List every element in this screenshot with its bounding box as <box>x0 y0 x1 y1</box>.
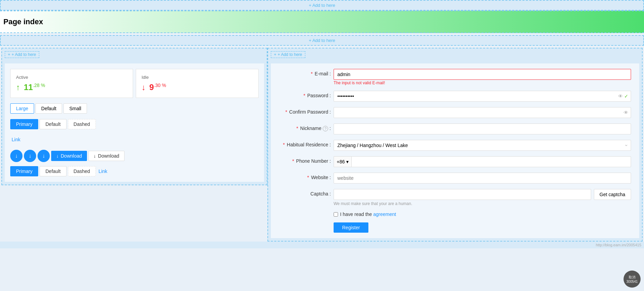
register-row: Register <box>279 222 631 233</box>
stat-idle-number: 9 <box>149 83 154 92</box>
stat-active-value: 11.28 % <box>16 83 127 92</box>
btn-icon-circle-1[interactable]: ↓ <box>10 150 23 162</box>
mid-add-bar[interactable]: + Add to here <box>0 35 644 46</box>
download-icon-3: ↓ <box>42 153 45 159</box>
btn-icon-circle-3[interactable]: ↓ <box>38 150 50 162</box>
stat-active-label: Active <box>16 75 127 80</box>
nickname-label: * Nickname ? : <box>279 123 334 131</box>
agreement-checkbox[interactable] <box>334 212 338 217</box>
btn-size-small[interactable]: Small <box>63 103 87 114</box>
email-input[interactable] <box>334 69 631 80</box>
agreement-prefix: I have read the <box>340 212 372 217</box>
plus-icon: + <box>8 52 10 57</box>
top-add-bar[interactable]: + Add to here <box>0 0 644 11</box>
nickname-control-wrap <box>334 123 631 134</box>
password-icons: 👁 ✓ <box>618 93 628 99</box>
phone-row: * Phone Number : +86 ▾ 77% <box>279 156 631 167</box>
btn-bottom-dashed[interactable]: Dashed <box>68 166 96 176</box>
residence-wrap: Zhejiang / Hangzhou / West Lake <box>334 140 631 151</box>
residence-control-wrap: Zhejiang / Hangzhou / West Lake <box>334 140 631 151</box>
btn-type-dashed[interactable]: Dashed <box>68 119 96 129</box>
stat-idle-label: Idle <box>142 75 253 80</box>
password-label: * Password : <box>279 91 334 98</box>
get-captcha-label: Get captcha <box>600 192 626 197</box>
phone-input[interactable] <box>351 156 631 167</box>
btn-link[interactable]: Link <box>10 135 22 144</box>
website-row: * Website : <box>279 173 631 184</box>
btn-size-default[interactable]: Default <box>35 103 62 114</box>
agreement-link[interactable]: agreement <box>373 212 396 217</box>
btn-icon-circle-2[interactable]: ↓ <box>24 150 36 162</box>
arrow-up-icon <box>16 83 21 92</box>
phone-prefix[interactable]: +86 ▾ <box>334 156 351 167</box>
website-label: * Website : <box>279 173 334 180</box>
email-error-msg: The input is not valid E-mail! <box>334 81 631 85</box>
phone-required: * <box>292 158 294 164</box>
download-icon-1: ↓ <box>15 153 18 159</box>
residence-row: * Habitual Residence : Zhejiang / Hangzh… <box>279 140 631 151</box>
bottom-type-buttons-row: Primary Default Dashed Link <box>10 166 259 176</box>
stat-idle-value: 9.30 % <box>142 83 253 92</box>
btn-download-default-label: Download <box>98 153 119 159</box>
stat-active-decimal: .28 % <box>33 83 45 88</box>
password-row: * Password : 👁 ✓ <box>279 91 631 102</box>
btn-type-primary[interactable]: Primary <box>10 119 38 129</box>
password-required: * <box>303 93 305 98</box>
confirm-password-label: * Confirm Password : <box>279 107 334 115</box>
btn-bottom-link[interactable]: Link <box>97 166 109 176</box>
left-panel: + + Add to here Active 11.28 % Idle 9. <box>1 48 267 185</box>
phone-prefix-value: +86 <box>337 159 345 164</box>
stat-active-number: 11 <box>24 83 33 92</box>
btn-bottom-default[interactable]: Default <box>40 166 66 176</box>
captcha-input[interactable] <box>334 189 591 200</box>
page-title: Page index <box>3 17 641 26</box>
confirm-eye-icon[interactable]: 👁 <box>624 110 628 115</box>
phone-row-wrap: +86 ▾ 77% ↑ 4.4K/s <box>334 156 631 167</box>
eye-icon[interactable]: 👁 <box>618 93 623 99</box>
website-required: * <box>307 175 309 180</box>
right-add-here[interactable]: + + Add to here <box>271 51 305 58</box>
top-add-bar-label: + Add to here <box>309 3 335 8</box>
residence-required: * <box>283 142 284 147</box>
website-control-wrap <box>334 173 631 184</box>
bottom-url: http://blog.eam.im/2005415 <box>596 243 641 247</box>
size-buttons-row: Large Default Small <box>10 103 259 114</box>
password-input[interactable] <box>334 91 631 102</box>
nickname-input[interactable] <box>334 123 631 134</box>
right-plus-icon: + <box>274 52 276 57</box>
nickname-row: * Nickname ? : <box>279 123 631 134</box>
download-icon-2: ↓ <box>29 153 31 159</box>
email-required: * <box>311 71 312 76</box>
register-button[interactable]: Register <box>334 222 368 233</box>
website-input[interactable] <box>334 173 631 184</box>
btn-download-default[interactable]: ↓ Download <box>88 151 124 161</box>
password-wrap: 👁 ✓ <box>334 91 631 102</box>
residence-select[interactable]: Zhejiang / Hangzhou / West Lake <box>334 140 631 151</box>
get-captcha-button[interactable]: Get captcha <box>594 189 631 200</box>
agreement-row: I have read the agreement <box>279 212 631 217</box>
info-icon[interactable]: ? <box>323 126 328 131</box>
email-row: * E-mail : The input is not valid E-mail… <box>279 69 631 85</box>
confirm-password-input[interactable] <box>334 107 631 118</box>
btn-size-large[interactable]: Large <box>10 103 34 114</box>
phone-control-wrap: +86 ▾ 77% ↑ 4.4K/s <box>334 156 631 167</box>
check-icon: ✓ <box>624 93 628 99</box>
btn-download-primary-label: Download <box>61 153 82 159</box>
phone-label: * Phone Number : <box>279 156 334 164</box>
btn-type-default[interactable]: Default <box>40 119 66 129</box>
captcha-hint: We must make sure that your are a human. <box>334 201 631 206</box>
btn-download-primary[interactable]: ↓ Download <box>51 151 87 161</box>
nickname-required: * <box>296 126 298 131</box>
register-label: Register <box>342 225 360 230</box>
right-panel-content: * E-mail : The input is not valid E-mail… <box>271 63 639 238</box>
icon-buttons-row: ↓ ↓ ↓ ↓ Download ↓ Download <box>10 150 259 162</box>
download-icon-4: ↓ <box>56 153 59 159</box>
left-add-here[interactable]: + + Add to here <box>5 51 39 58</box>
confirm-password-row: * Confirm Password : 👁 <box>279 107 631 118</box>
download-icon-5: ↓ <box>93 153 96 159</box>
btn-bottom-primary[interactable]: Primary <box>10 166 38 176</box>
stat-idle: Idle 9.30 % <box>136 69 259 98</box>
password-control-wrap: 👁 ✓ <box>334 91 631 102</box>
email-label: * E-mail : <box>279 69 334 76</box>
left-panel-content: Active 11.28 % Idle 9.30 % Large <box>5 63 264 182</box>
